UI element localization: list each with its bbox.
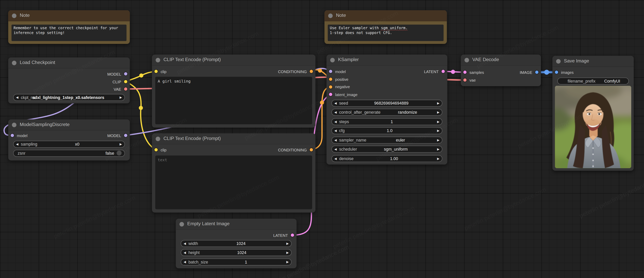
next-value-icon[interactable]: ▶ [117,95,124,99]
latent-port-dot[interactable] [328,92,333,96]
prev-value-icon[interactable]: ◀ [14,142,21,146]
decrement-icon[interactable]: ◀ [181,260,188,264]
input-samples: samples [463,69,484,76]
increment-icon[interactable]: ▶ [434,129,442,132]
cfg-stepper[interactable]: ◀ cfg 1.0 ▶ [332,127,442,134]
model-port-dot[interactable] [124,72,128,76]
increment-icon[interactable]: ▶ [434,157,442,160]
note-right-text[interactable]: Use Euler sampler with sgm_uniform.1-ste… [328,24,444,41]
next-value-icon[interactable]: ▶ [434,138,442,142]
steps-stepper[interactable]: ◀ steps 1 ▶ [332,118,442,125]
increment-icon[interactable]: ▶ [434,101,442,105]
model-port-dot[interactable] [328,69,333,73]
node-title: Note [336,13,346,17]
note-left-titlebar[interactable]: Note [8,10,130,21]
node-title: Load Checkpoint [20,60,55,65]
decrement-icon[interactable]: ◀ [181,242,188,245]
clip-negative-titlebar[interactable]: CLIP Text Encode (Prompt) [152,133,316,144]
node-clip-text-encode-negative[interactable]: CLIP Text Encode (Prompt) clip CONDITION… [152,133,316,213]
output-model: MODEL [107,132,128,139]
node-note-left[interactable]: Note Remember to use the correct checkpo… [8,10,130,44]
latent-port-dot[interactable] [463,70,467,74]
clip-port-dot[interactable] [154,69,158,73]
increment-icon[interactable]: ▶ [284,251,291,255]
model-port-dot[interactable] [10,133,14,137]
decrement-icon[interactable]: ◀ [332,157,339,160]
seed-stepper[interactable]: ◀ seed 968269694694889 ▶ [332,100,442,106]
decrement-icon[interactable]: ◀ [181,251,188,255]
increment-icon[interactable]: ▶ [284,242,291,245]
node-load-checkpoint[interactable]: Load Checkpoint MODEL CLIP VAE ◀ ckpt_na… [8,57,130,103]
load-checkpoint-titlebar[interactable]: Load Checkpoint [8,57,130,68]
node-status-dot [156,137,160,141]
latent-port-dot[interactable] [441,69,445,73]
zsnr-toggle[interactable]: zsnr false [13,150,125,157]
control-after-generate-combo[interactable]: ◀ control_after_generate randomize ▶ [332,109,442,116]
node-clip-text-encode-positive[interactable]: CLIP Text Encode (Prompt) clip CONDITION… [152,54,316,128]
conditioning-port-dot[interactable] [328,77,333,81]
decrement-icon[interactable]: ◀ [332,101,339,105]
conditioning-port-dot[interactable] [309,69,313,73]
increment-icon[interactable]: ▶ [284,260,291,264]
ksampler-titlebar[interactable]: KSampler [326,54,447,65]
toggle-knob-icon[interactable] [117,151,122,155]
vae-port-dot[interactable] [463,78,467,82]
vae-port-dot[interactable] [124,87,128,91]
decrement-icon[interactable]: ◀ [332,129,339,132]
input-images: images [554,69,574,76]
vae-decode-titlebar[interactable]: VAE Decode [461,54,541,65]
clip-port-dot[interactable] [124,80,128,84]
output-vae: VAE [114,86,128,92]
prev-value-icon[interactable]: ◀ [14,95,21,99]
output-model: MODEL [107,71,128,77]
sampler-name-combo[interactable]: ◀ sampler_name euler ▶ [332,136,442,143]
next-value-icon[interactable]: ▶ [434,147,442,151]
width-stepper[interactable]: ◀ width 1024 ▶ [181,240,292,247]
prev-value-icon[interactable]: ◀ [332,147,339,151]
node-status-dot [328,13,333,18]
model-sampling-titlebar[interactable]: ModelSamplingDiscrete [8,119,130,130]
prev-value-icon[interactable]: ◀ [332,110,339,114]
ckpt-name-combo[interactable]: ◀ ckpt_na sdxl_lightning_1step_x0.safete… [13,94,125,101]
image-port-dot[interactable] [535,70,539,74]
increment-icon[interactable]: ▶ [434,120,442,123]
node-empty-latent-image[interactable]: Empty Latent Image LATENT ◀ width 1024 ▶… [176,219,296,268]
filename-prefix-field[interactable]: filename_prefix ComfyUI [557,77,629,84]
note-left-text[interactable]: Remember to use the correct checkpoint f… [12,24,126,41]
image-port-dot[interactable] [554,70,558,74]
model-port-dot[interactable] [124,133,128,137]
sampling-combo[interactable]: ◀ sampling x0 ▶ [13,141,125,148]
decrement-icon[interactable]: ◀ [332,120,339,123]
generated-image-preview[interactable] [555,86,631,168]
clip-port-dot[interactable] [154,148,158,152]
output-clip: CLIP [112,78,128,85]
node-graph-canvas[interactable]: Note Remember to use the correct checkpo… [0,0,644,278]
next-value-icon[interactable]: ▶ [434,110,442,114]
node-save-image[interactable]: Save Image images filename_prefix ComfyU… [552,56,634,171]
next-value-icon[interactable]: ▶ [117,142,124,146]
node-note-right[interactable]: Note Use Euler sampler with sgm_uniform.… [324,10,447,44]
woman-smiling-photo [555,86,631,168]
batch-size-stepper[interactable]: ◀ batch_size 1 ▶ [181,258,292,265]
empty-latent-titlebar[interactable]: Empty Latent Image [176,219,296,230]
height-stepper[interactable]: ◀ height 1024 ▶ [181,249,292,256]
denoise-stepper[interactable]: ◀ denoise 1.00 ▶ [332,155,442,162]
node-model-sampling-discrete[interactable]: ModelSamplingDiscrete model MODEL ◀ samp… [8,119,130,160]
clip-positive-titlebar[interactable]: CLIP Text Encode (Prompt) [152,54,316,65]
scheduler-combo[interactable]: ◀ scheduler sgm_uniform ▶ [332,146,442,153]
node-title: KSampler [338,57,359,62]
positive-prompt-textarea[interactable]: A girl smiling [155,77,312,124]
conditioning-port-dot[interactable] [328,85,333,89]
node-status-dot [464,58,469,62]
node-ksampler[interactable]: KSampler model positive negative latent_… [326,54,447,165]
negative-prompt-textarea[interactable] [155,155,312,209]
conditioning-port-dot[interactable] [309,148,313,152]
node-vae-decode[interactable]: VAE Decode samples vae IMAGE [461,54,541,86]
prev-value-icon[interactable]: ◀ [332,138,339,142]
output-conditioning: CONDITIONING [278,147,313,153]
save-image-titlebar[interactable]: Save Image [552,56,634,67]
output-latent: LATENT [273,232,294,238]
latent-port-dot[interactable] [290,233,294,237]
note-right-titlebar[interactable]: Note [324,10,447,21]
output-conditioning: CONDITIONING [278,68,313,75]
